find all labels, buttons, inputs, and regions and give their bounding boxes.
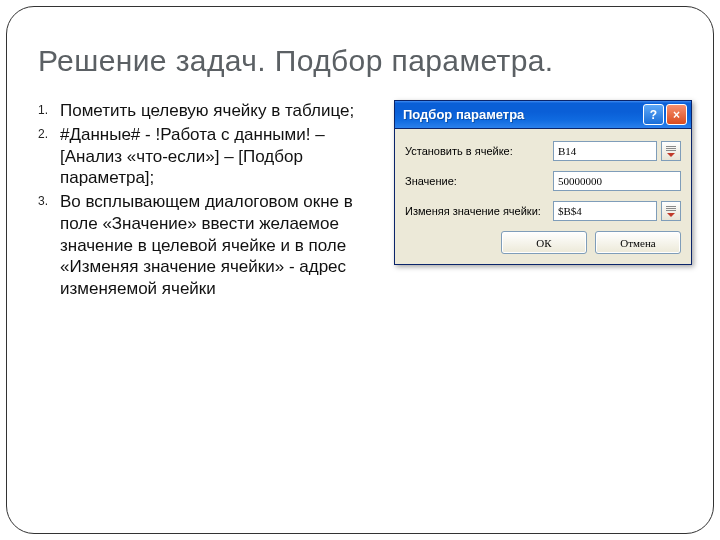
list-item: #Данные# - !Работа с данными! – [Анализ … [60, 124, 384, 189]
list-item: Пометить целевую ячейку в таблице; [60, 100, 384, 122]
steps-column: Пометить целевую ячейку в таблице; #Данн… [38, 100, 384, 302]
steps-list: Пометить целевую ячейку в таблице; #Данн… [38, 100, 384, 300]
list-item: Во всплывающем диалоговом окне в поле «З… [60, 191, 384, 300]
